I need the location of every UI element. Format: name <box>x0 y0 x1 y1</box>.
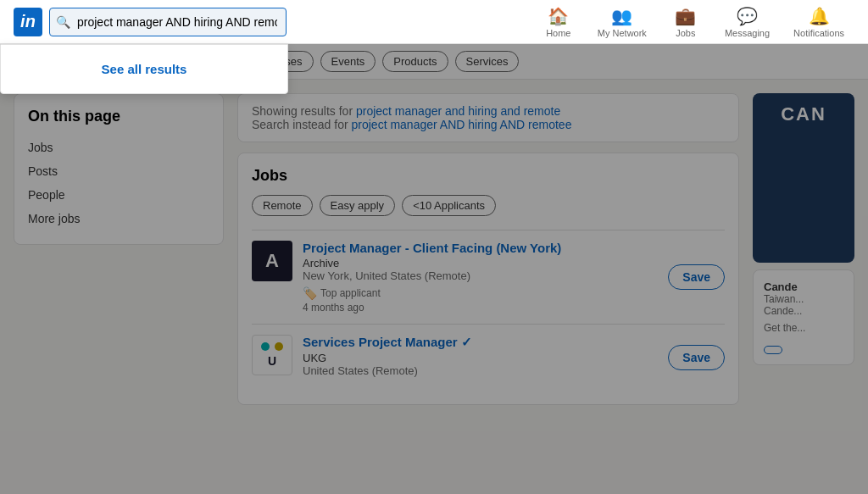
nav-home-label: Home <box>546 28 570 38</box>
search-dropdown: See all results <box>0 44 288 94</box>
jobs-icon: 💼 <box>675 6 696 26</box>
search-input[interactable] <box>49 8 287 36</box>
search-container: 🔍 <box>49 8 287 36</box>
nav-notifications[interactable]: 🔔 Notifications <box>783 1 854 43</box>
see-all-results-link[interactable]: See all results <box>1 55 287 83</box>
home-icon: 🏠 <box>548 6 569 26</box>
nav-items: 🏠 Home 👥 My Network 💼 Jobs 💬 Messaging 🔔… <box>533 1 854 43</box>
nav-home[interactable]: 🏠 Home <box>533 1 584 43</box>
nav-notifications-label: Notifications <box>793 28 844 38</box>
my-network-icon: 👥 <box>611 6 632 26</box>
linkedin-logo-text: in <box>20 12 36 31</box>
notifications-icon: 🔔 <box>809 6 830 26</box>
nav-my-network-label: My Network <box>598 28 647 38</box>
linkedin-logo[interactable]: in <box>14 8 42 36</box>
nav-jobs-label: Jobs <box>676 28 695 38</box>
overlay <box>0 44 868 494</box>
messaging-icon: 💬 <box>737 6 758 26</box>
nav-messaging-label: Messaging <box>725 28 770 38</box>
search-icon: 🔍 <box>56 15 70 29</box>
nav-my-network[interactable]: 👥 My Network <box>587 1 657 43</box>
nav-jobs[interactable]: 💼 Jobs <box>660 1 711 43</box>
header: in 🔍 🏠 Home 👥 My Network 💼 Jobs 💬 Messag… <box>0 0 868 44</box>
nav-messaging[interactable]: 💬 Messaging <box>715 1 780 43</box>
